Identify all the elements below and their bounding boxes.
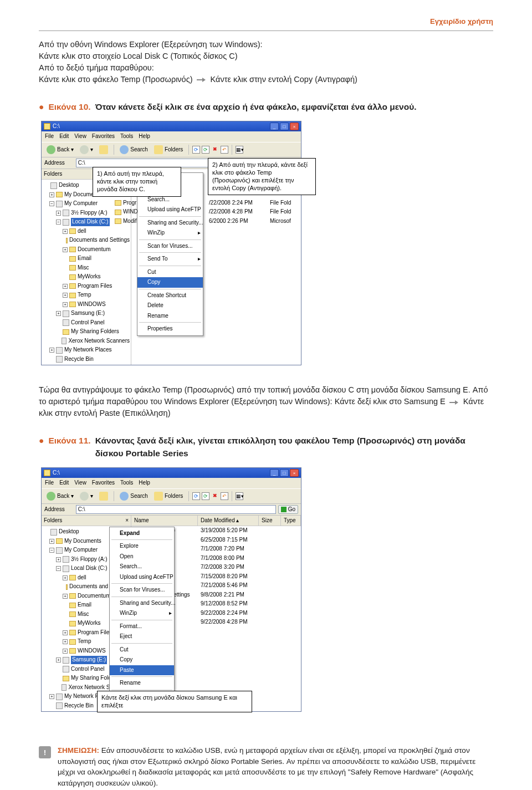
tree-item[interactable]: +Temp — [43, 290, 130, 300]
expand-icon[interactable]: + — [56, 658, 61, 662]
undo-icon[interactable]: ↶ — [221, 492, 228, 500]
forward-button[interactable]: ▾ — [78, 144, 95, 155]
back-button[interactable]: Back ▾ — [44, 491, 76, 502]
views-button[interactable]: ▦▾ — [236, 492, 243, 500]
menu-rename[interactable]: Rename — [137, 311, 203, 322]
expand-icon[interactable]: + — [49, 348, 54, 353]
menu-eject[interactable]: Eject — [110, 631, 174, 642]
tree-item[interactable]: +WINDOWS — [43, 300, 130, 309]
expand-icon[interactable]: + — [63, 649, 68, 654]
menu-expand[interactable]: Expand — [110, 528, 174, 539]
tree-item[interactable]: +My Network Places — [43, 345, 130, 355]
address-input[interactable] — [76, 505, 276, 514]
close-button[interactable]: × — [290, 123, 299, 130]
up-button[interactable] — [97, 491, 110, 502]
search-button[interactable]: Search — [117, 491, 150, 502]
menu-edit[interactable]: Edit — [59, 132, 69, 141]
tool-icon[interactable]: ⟳ — [192, 492, 200, 500]
column-headers[interactable]: Name Date Modified ▴ Size Type — [131, 516, 301, 527]
tree-item[interactable]: +Samsung (E:) — [43, 309, 130, 318]
expand-icon[interactable]: + — [49, 192, 54, 197]
menu-paste[interactable]: Paste — [110, 665, 174, 676]
forward-button[interactable]: ▾ — [78, 491, 95, 502]
menu-delete[interactable]: Delete — [137, 300, 203, 311]
tree-item[interactable]: Misc — [43, 263, 130, 273]
expand-icon[interactable]: + — [63, 247, 68, 252]
tree-item[interactable]: Email — [43, 254, 130, 263]
expand-icon[interactable]: − — [49, 201, 54, 206]
search-button[interactable]: Search — [117, 144, 150, 155]
expand-icon[interactable]: + — [56, 311, 61, 316]
expand-icon[interactable]: + — [63, 575, 68, 580]
menu-copy[interactable]: Copy — [137, 277, 203, 288]
menu-scan[interactable]: Scan for Viruses... — [137, 241, 203, 252]
context-menu[interactable]: Expand Explore Open Search... Upload usi… — [109, 527, 175, 704]
titlebar[interactable]: C:\ _ □ × — [42, 121, 301, 131]
delete-icon[interactable]: ✖ — [211, 492, 219, 500]
menu-winzip[interactable]: WinZip — [137, 228, 203, 238]
tree-item[interactable]: Control Panel — [43, 318, 130, 328]
folders-button[interactable]: Folders — [152, 491, 185, 502]
menu-file[interactable]: File — [45, 479, 54, 487]
expand-icon[interactable]: − — [56, 566, 61, 571]
tree-item[interactable]: My Sharing Folders — [43, 327, 130, 337]
views-button[interactable]: ▦▾ — [236, 146, 243, 154]
expand-icon[interactable]: + — [56, 211, 61, 216]
tree-item[interactable]: MyWorks — [43, 272, 130, 282]
menu-upload[interactable]: Upload using AceFTP — [110, 572, 174, 583]
expand-icon[interactable]: − — [49, 548, 54, 553]
titlebar[interactable]: C:\ _ □ × — [42, 468, 301, 478]
menu-search[interactable]: Search... — [110, 562, 174, 572]
col-date[interactable]: Date Modified ▴ — [198, 516, 259, 526]
menu-help[interactable]: Help — [139, 132, 150, 141]
close-button[interactable]: × — [290, 469, 299, 477]
menu-winzip[interactable]: WinZip — [110, 608, 174, 619]
close-icon[interactable]: × — [125, 517, 129, 525]
tree-item[interactable]: Recycle Bin — [43, 355, 130, 364]
menu-edit[interactable]: Edit — [59, 479, 69, 487]
tool-icon[interactable]: ⟳ — [192, 146, 200, 154]
maximize-button[interactable]: □ — [280, 469, 289, 477]
delete-icon[interactable]: ✖ — [211, 146, 219, 154]
expand-icon[interactable]: + — [49, 539, 54, 544]
menu-tools[interactable]: Tools — [120, 132, 133, 141]
col-size[interactable]: Size — [259, 516, 281, 526]
col-type[interactable]: Type — [281, 516, 301, 526]
tree-item[interactable]: +Documentum — [43, 245, 130, 254]
menu-view[interactable]: View — [74, 479, 86, 487]
expand-icon[interactable]: − — [56, 220, 61, 225]
expand-icon[interactable]: + — [49, 694, 54, 699]
folders-button[interactable]: Folders — [152, 144, 185, 155]
expand-icon[interactable]: + — [63, 630, 68, 635]
menu-sharing[interactable]: Sharing and Security... — [110, 598, 174, 609]
go-button[interactable]: Go — [278, 505, 298, 514]
minimize-button[interactable]: _ — [270, 123, 279, 130]
menu-rename[interactable]: Rename — [110, 678, 174, 689]
tree-item[interactable]: Xerox Network Scanners — [43, 337, 130, 346]
expand-icon[interactable]: + — [63, 594, 68, 599]
maximize-button[interactable]: □ — [280, 123, 289, 130]
expand-icon[interactable]: + — [63, 639, 68, 644]
minimize-button[interactable]: _ — [270, 469, 279, 477]
expand-icon[interactable]: + — [56, 557, 61, 562]
menu-shortcut[interactable]: Create Shortcut — [137, 290, 203, 301]
menu-view[interactable]: View — [74, 132, 86, 141]
tree-item[interactable]: +dell — [43, 227, 130, 236]
tool-icon[interactable]: ⟳ — [202, 146, 209, 154]
menu-cut[interactable]: Cut — [110, 645, 174, 655]
menu-fav[interactable]: Favorites — [92, 479, 115, 487]
up-button[interactable] — [97, 144, 110, 155]
menu-open[interactable]: Open — [110, 552, 174, 562]
menu-tools[interactable]: Tools — [120, 479, 133, 487]
menu-copy[interactable]: Copy — [110, 655, 174, 665]
tree-item[interactable]: Documents and Settings — [43, 236, 130, 245]
menu-format[interactable]: Format... — [110, 621, 174, 632]
undo-icon[interactable]: ↶ — [221, 146, 228, 154]
menu-cut[interactable]: Cut — [137, 267, 203, 278]
tool-icon[interactable]: ⟳ — [202, 492, 209, 500]
expand-icon[interactable]: + — [63, 302, 68, 307]
col-name[interactable]: Name — [131, 516, 198, 526]
expand-icon[interactable]: + — [63, 284, 68, 289]
menu-fav[interactable]: Favorites — [92, 132, 115, 141]
menu-help[interactable]: Help — [139, 479, 150, 487]
